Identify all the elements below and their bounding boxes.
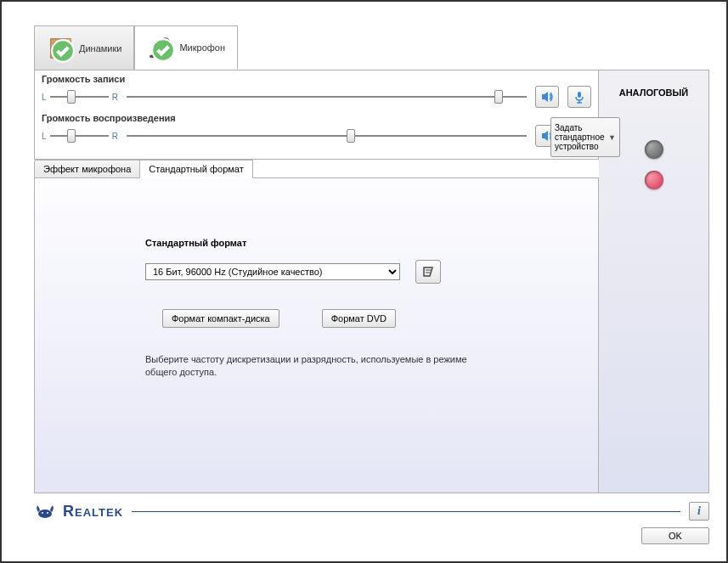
set-default-device-button[interactable]: Задать стандартное устройство ▼ xyxy=(550,117,620,157)
analog-title: АНАЛОГОВЫЙ xyxy=(619,87,689,98)
tab-microphone[interactable]: Микрофон xyxy=(134,25,238,70)
info-button[interactable]: i xyxy=(689,502,709,521)
svg-point-16 xyxy=(42,512,43,514)
format-title: Стандартный формат xyxy=(145,238,564,248)
jack-indicator-pink[interactable] xyxy=(645,171,663,189)
tab-speakers-label: Динамики xyxy=(79,43,121,53)
sub-tab-effect[interactable]: Эффект микрофона xyxy=(34,160,140,177)
playback-balance-slider[interactable] xyxy=(50,128,109,144)
speaker-icon xyxy=(47,35,74,62)
cd-format-button[interactable]: Формат компакт-диска xyxy=(162,309,279,328)
mute-recording-button[interactable] xyxy=(535,86,559,108)
mic-boost-button[interactable] xyxy=(567,86,591,108)
jack-indicator-gray[interactable] xyxy=(645,140,663,159)
format-hint: Выберите частоту дискретизации и разрядн… xyxy=(145,353,468,380)
playback-volume-label: Громкость воспроизведения xyxy=(42,113,591,123)
balance-right-label-2: R xyxy=(112,132,118,141)
tab-microphone-label: Микрофон xyxy=(179,42,225,53)
format-select[interactable]: 16 Бит, 96000 Hz (Студийное качество) xyxy=(145,263,400,280)
svg-point-17 xyxy=(47,512,48,514)
recording-volume-slider[interactable] xyxy=(127,89,527,104)
microphone-icon xyxy=(147,34,174,61)
svg-rect-10 xyxy=(578,92,581,98)
realtek-crab-icon xyxy=(34,502,56,521)
balance-left-label-2: L xyxy=(42,132,47,141)
svg-point-15 xyxy=(38,510,52,518)
recording-volume-label: Громкость записи xyxy=(42,74,591,84)
realtek-logo: Realtek xyxy=(34,502,123,521)
reset-format-button[interactable] xyxy=(415,260,441,284)
recording-balance-slider[interactable] xyxy=(50,89,109,104)
balance-left-label: L xyxy=(42,93,47,102)
tab-speakers[interactable]: Динамики xyxy=(34,25,134,70)
footer-divider xyxy=(132,511,680,512)
dvd-format-button[interactable]: Формат DVD xyxy=(322,309,396,328)
ok-button[interactable]: OK xyxy=(641,527,709,544)
playback-volume-slider[interactable] xyxy=(127,128,527,144)
chevron-down-icon: ▼ xyxy=(608,133,616,142)
sub-tab-format[interactable]: Стандартный формат xyxy=(139,160,252,178)
balance-right-label: R xyxy=(112,93,118,102)
